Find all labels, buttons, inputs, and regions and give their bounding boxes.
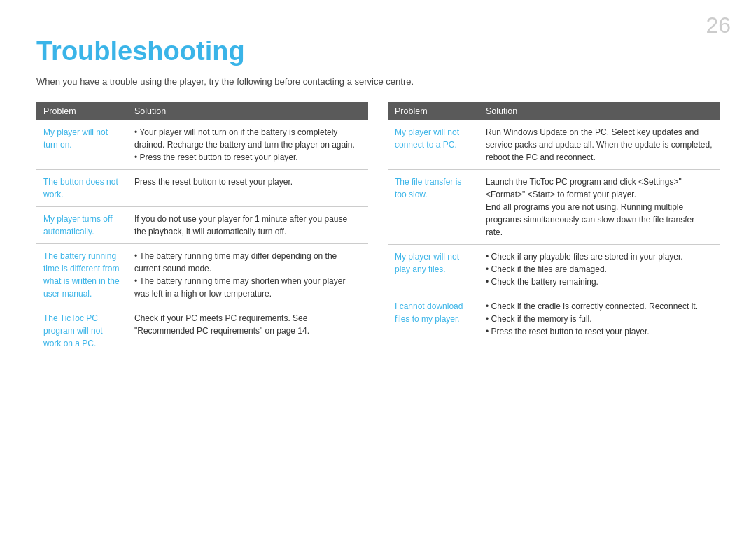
left-solution-cell-2: If you do not use your player for 1 minu… bbox=[127, 207, 368, 244]
right-problem-cell-2: My player will not play any files. bbox=[388, 245, 479, 294]
right-solution-cell-2: • Check if any playable files are stored… bbox=[479, 245, 720, 294]
left-problem-cell-4: The TicToc PC program will not work on a… bbox=[36, 306, 127, 356]
left-table-row: My player will not turn on.• Your player… bbox=[36, 120, 368, 170]
solution-line: • Check if the memory is full. bbox=[486, 313, 713, 325]
page-number: 26 bbox=[706, 13, 731, 38]
right-table-row: My player will not play any files.• Chec… bbox=[388, 245, 720, 294]
right-problem-cell-1: The file transfer is too slow. bbox=[388, 170, 479, 245]
solution-line: Check if your PC meets PC requirements. … bbox=[134, 312, 361, 337]
solution-line: • Check if the files are damaged. bbox=[486, 263, 713, 276]
right-problem-cell-0: My player will not connect to a PC. bbox=[388, 120, 479, 170]
left-table-row: The battery running time is different fr… bbox=[36, 244, 368, 306]
left-solution-cell-1: Press the reset button to reset your pla… bbox=[127, 170, 368, 207]
solution-line: • Check if any playable files are stored… bbox=[486, 250, 713, 263]
right-solution-cell-0: Run Windows Update on the PC. Select key… bbox=[479, 120, 720, 170]
left-table-row: My player turns off automatically.If you… bbox=[36, 207, 368, 244]
page-title: Troubleshooting bbox=[36, 36, 720, 66]
intro-text: When you have a trouble using the player… bbox=[36, 76, 720, 87]
left-table-header-solution: Solution bbox=[127, 102, 368, 120]
solution-line: • Your player will not turn on if the ba… bbox=[134, 126, 361, 151]
solution-line: Run Windows Update on the PC. Select key… bbox=[486, 126, 713, 164]
tables-container: Problem Solution My player will not turn… bbox=[36, 102, 720, 355]
right-table: Problem Solution My player will not conn… bbox=[388, 102, 720, 343]
right-solution-cell-3: • Check if the cradle is correctly conne… bbox=[479, 294, 720, 344]
right-table-header-problem: Problem bbox=[388, 102, 479, 120]
right-problem-cell-3: I cannot download files to my player. bbox=[388, 294, 479, 344]
solution-line: • Press the reset button to reset your p… bbox=[134, 151, 361, 164]
right-solution-cell-1: Launch the TicToc PC program and click <… bbox=[479, 170, 720, 245]
left-problem-cell-3: The battery running time is different fr… bbox=[36, 244, 127, 306]
solution-line: • Check the battery remaining. bbox=[486, 276, 713, 288]
left-table-row: The TicToc PC program will not work on a… bbox=[36, 306, 368, 356]
solution-line: If you do not use your player for 1 minu… bbox=[134, 213, 361, 238]
solution-line: • The battery running time may shorten w… bbox=[134, 275, 361, 300]
right-table-row: The file transfer is too slow.Launch the… bbox=[388, 170, 720, 245]
left-table-row: The button does not work.Press the reset… bbox=[36, 170, 368, 207]
solution-line: Launch the TicToc PC program and click <… bbox=[486, 176, 713, 201]
left-problem-cell-1: The button does not work. bbox=[36, 170, 127, 207]
solution-line: • Check if the cradle is correctly conne… bbox=[486, 300, 713, 313]
left-solution-cell-0: • Your player will not turn on if the ba… bbox=[127, 120, 368, 170]
left-problem-cell-2: My player turns off automatically. bbox=[36, 207, 127, 244]
right-table-row: My player will not connect to a PC.Run W… bbox=[388, 120, 720, 170]
left-solution-cell-3: • The battery running time may differ de… bbox=[127, 244, 368, 306]
right-table-row: I cannot download files to my player.• C… bbox=[388, 294, 720, 344]
left-table: Problem Solution My player will not turn… bbox=[36, 102, 368, 355]
left-problem-cell-0: My player will not turn on. bbox=[36, 120, 127, 170]
right-table-header-solution: Solution bbox=[479, 102, 720, 120]
left-table-header-problem: Problem bbox=[36, 102, 127, 120]
left-table-wrapper: Problem Solution My player will not turn… bbox=[36, 102, 368, 355]
left-solution-cell-4: Check if your PC meets PC requirements. … bbox=[127, 306, 368, 356]
solution-line: End all programs you are not using. Runn… bbox=[486, 201, 713, 239]
solution-line: • Press the reset button to reset your p… bbox=[486, 325, 713, 338]
solution-line: • The battery running time may differ de… bbox=[134, 250, 361, 275]
solution-line: Press the reset button to reset your pla… bbox=[134, 176, 361, 188]
right-table-wrapper: Problem Solution My player will not conn… bbox=[388, 102, 720, 355]
